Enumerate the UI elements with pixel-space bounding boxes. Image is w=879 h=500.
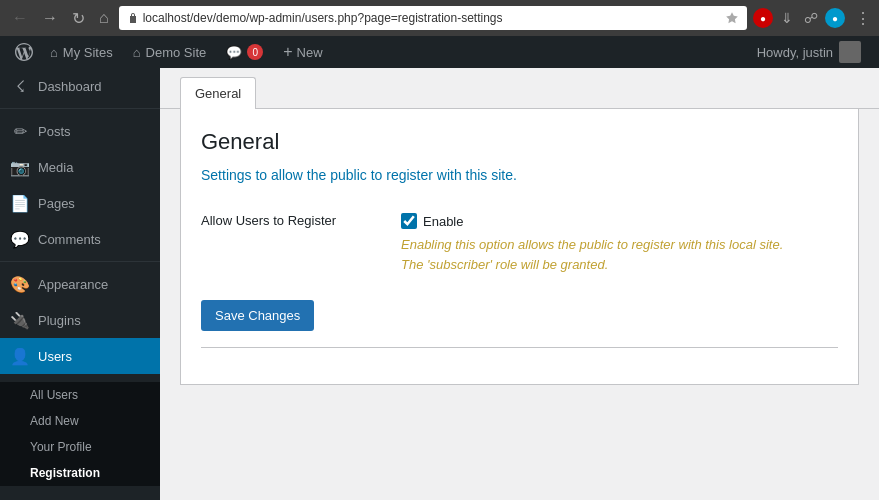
main-layout: ☇ Dashboard ✏ Posts 📷 Media 📄 Pages 💬 Co… — [0, 68, 879, 500]
submenu-registration[interactable]: Registration — [0, 460, 160, 486]
sidebar-item-pages[interactable]: 📄 Pages — [0, 185, 160, 221]
user-avatar — [839, 41, 861, 63]
sidebar-item-media[interactable]: 📷 Media — [0, 149, 160, 185]
star-icon[interactable] — [725, 11, 739, 25]
demo-site-menu[interactable]: ⌂ Demo Site — [123, 36, 217, 68]
field-label: Allow Users to Register — [201, 203, 401, 284]
howdy-text: Howdy, justin — [757, 45, 833, 60]
plugins-icon: 🔌 — [10, 310, 30, 330]
enable-checkbox[interactable] — [401, 213, 417, 229]
allow-register-row: Allow Users to Register Enable Enabling … — [201, 203, 838, 284]
sidebar-item-comments[interactable]: 💬 Comments — [0, 221, 160, 257]
sidebar-item-dashboard[interactable]: ☇ Dashboard — [0, 68, 160, 104]
new-content-menu[interactable]: + New — [273, 36, 332, 68]
users-label: Users — [38, 349, 72, 364]
firefox-icon: ● — [753, 8, 773, 28]
home-button[interactable]: ⌂ — [95, 7, 113, 29]
sidebar-item-appearance[interactable]: 🎨 Appearance — [0, 266, 160, 302]
content-area: General General Settings to allow the pu… — [160, 68, 879, 500]
pages-icon: 📄 — [10, 193, 30, 213]
media-label: Media — [38, 160, 73, 175]
enable-label: Enable — [423, 214, 463, 229]
url-text: localhost/dev/demo/wp-admin/users.php?pa… — [143, 11, 721, 25]
demo-site-label: Demo Site — [146, 45, 207, 60]
wp-logo[interactable] — [8, 36, 40, 68]
wordpress-icon — [15, 43, 33, 61]
appearance-label: Appearance — [38, 277, 108, 292]
enable-checkbox-row: Enable — [401, 213, 838, 229]
forward-button[interactable]: → — [38, 7, 62, 29]
lock-icon — [127, 12, 139, 24]
users-menu-row[interactable]: 👤 Users — [0, 338, 160, 374]
submenu-all-users[interactable]: All Users — [0, 382, 160, 408]
new-label: New — [297, 45, 323, 60]
sync-icon: ● — [825, 8, 845, 28]
sidebar-menu: ☇ Dashboard ✏ Posts 📷 Media 📄 Pages 💬 Co… — [0, 68, 160, 486]
tabs-container: General — [160, 68, 879, 109]
dashboard-icon: ☇ — [10, 76, 30, 96]
submenu-your-profile[interactable]: Your Profile — [0, 434, 160, 460]
download-icon[interactable]: ⇓ — [777, 8, 797, 28]
user-menu[interactable]: Howdy, justin — [747, 41, 871, 63]
posts-icon: ✏ — [10, 121, 30, 141]
sidebar-item-users: 👤 Users All Users Add New Your Profile R… — [0, 338, 160, 486]
appearance-icon: 🎨 — [10, 274, 30, 294]
my-sites-icon: ⌂ — [50, 45, 58, 60]
bookmark-icon[interactable]: ☍ — [801, 8, 821, 28]
menu-separator — [0, 108, 160, 109]
home-icon: ⌂ — [133, 45, 141, 60]
sidebar-item-posts[interactable]: ✏ Posts — [0, 113, 160, 149]
pages-label: Pages — [38, 196, 75, 211]
media-icon: 📷 — [10, 157, 30, 177]
sidebar: ☇ Dashboard ✏ Posts 📷 Media 📄 Pages 💬 Co… — [0, 68, 160, 500]
comments-count: 0 — [247, 44, 263, 60]
sidebar-item-plugins[interactable]: 🔌 Plugins — [0, 302, 160, 338]
browser-chrome: ← → ↻ ⌂ localhost/dev/demo/wp-admin/user… — [0, 0, 879, 36]
section-subtitle: Settings to allow the public to register… — [201, 167, 838, 183]
dashboard-label: Dashboard — [38, 79, 102, 94]
field-input-cell: Enable Enabling this option allows the p… — [401, 203, 838, 284]
my-sites-menu[interactable]: ⌂ My Sites — [40, 36, 123, 68]
section-rule — [201, 347, 838, 348]
submenu-add-new[interactable]: Add New — [0, 408, 160, 434]
tab-general[interactable]: General — [180, 77, 256, 109]
back-button[interactable]: ← — [8, 7, 32, 29]
help-text-line1: Enabling this option allows the public t… — [401, 237, 783, 252]
browser-menu-button[interactable]: ⋮ — [855, 9, 871, 28]
help-text-line2: The 'subscriber' role will be granted. — [401, 257, 608, 272]
refresh-button[interactable]: ↻ — [68, 7, 89, 30]
posts-label: Posts — [38, 124, 71, 139]
section-title: General — [201, 129, 838, 155]
save-changes-button[interactable]: Save Changes — [201, 300, 314, 331]
help-text: Enabling this option allows the public t… — [401, 235, 838, 274]
comments-menu[interactable]: 💬 0 — [216, 36, 273, 68]
address-bar[interactable]: localhost/dev/demo/wp-admin/users.php?pa… — [119, 6, 747, 30]
wp-admin-bar: ⌂ My Sites ⌂ Demo Site 💬 0 + New Howdy, … — [0, 36, 879, 68]
plus-icon: + — [283, 43, 292, 61]
plugins-label: Plugins — [38, 313, 81, 328]
settings-form-table: Allow Users to Register Enable Enabling … — [201, 203, 838, 284]
comments-sidebar-label: Comments — [38, 232, 101, 247]
my-sites-label: My Sites — [63, 45, 113, 60]
settings-section: General Settings to allow the public to … — [180, 109, 859, 385]
comments-sidebar-icon: 💬 — [10, 229, 30, 249]
users-submenu: All Users Add New Your Profile Registrat… — [0, 382, 160, 486]
comment-icon: 💬 — [226, 45, 242, 60]
users-icon: 👤 — [10, 346, 30, 366]
browser-icons: ● ⇓ ☍ ● — [753, 8, 845, 28]
menu-separator-2 — [0, 261, 160, 262]
